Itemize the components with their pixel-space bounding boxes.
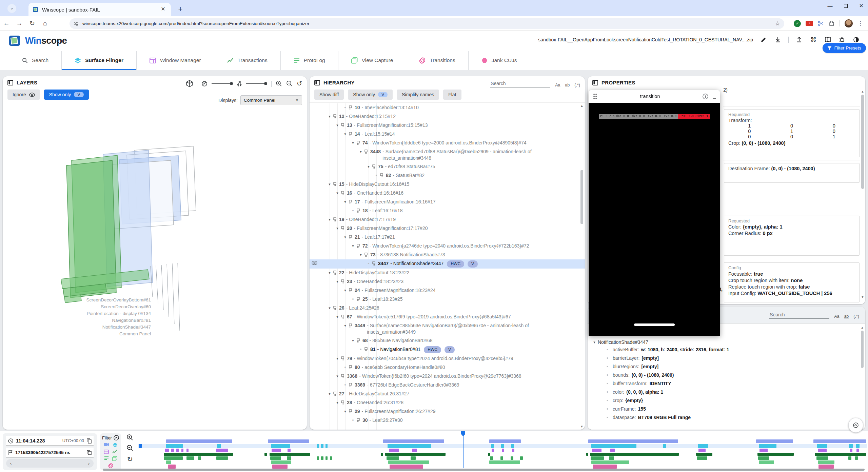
hierarchy-row[interactable]: ▾ 3448 - Surface(name=ed70f88 StatusBar)… <box>310 148 585 162</box>
hierarchy-row[interactable]: ▾ 21 - Leaf:17:17#21 <box>310 233 585 242</box>
copy-icon[interactable] <box>87 450 92 455</box>
pin-icon[interactable] <box>341 356 346 361</box>
timeline-block-window-manager[interactable] <box>165 449 169 452</box>
expander-icon[interactable]: ▾ <box>357 252 364 258</box>
timeline-block-window-manager[interactable] <box>181 449 183 452</box>
pin-icon[interactable] <box>356 141 361 145</box>
pin-icon[interactable] <box>364 150 369 154</box>
timeline-block-window-manager[interactable] <box>171 449 174 452</box>
expander-icon[interactable]: ▾ <box>342 234 349 240</box>
filter-presets-button[interactable]: Filter Presets <box>823 43 866 53</box>
layer-label[interactable]: NotificationShade#3447 <box>102 324 151 330</box>
timeline-block-window-manager[interactable] <box>512 449 515 452</box>
timeline-block-window-manager[interactable] <box>610 449 615 452</box>
expander-icon[interactable]: ▾ <box>357 149 364 155</box>
timeline-block-transactions[interactable] <box>757 453 794 456</box>
timeline-block-screen-recording[interactable] <box>489 439 520 443</box>
browser-tab[interactable]: Winscope | sandbox-FAIL ✕ <box>28 3 171 16</box>
timeline-block-window-manager[interactable] <box>412 449 417 452</box>
expander-icon[interactable]: ▾ <box>342 408 349 415</box>
expander-icon[interactable]: • <box>357 346 364 353</box>
match-case-icon[interactable]: Aa <box>834 314 839 319</box>
timeline-block-protolog[interactable] <box>855 456 858 460</box>
timeline-block-transitions[interactable] <box>818 465 834 469</box>
pin-icon[interactable] <box>341 315 346 319</box>
collapse-filter-icon[interactable] <box>114 435 119 440</box>
hierarchy-row[interactable]: ▾ 26 - Leaf:24:25#26 <box>310 304 585 313</box>
pin-icon[interactable] <box>333 114 338 119</box>
show-diff-chip[interactable]: Show diff <box>314 90 344 100</box>
timeline-block-window-manager[interactable] <box>288 449 291 452</box>
download-icon[interactable] <box>774 36 782 43</box>
timeline-block-surface-flinger[interactable] <box>501 444 504 448</box>
profile-avatar[interactable] <box>845 19 853 27</box>
ignore-chip[interactable]: Ignore <box>7 90 40 100</box>
expander-icon[interactable]: ▾ <box>326 270 333 276</box>
timeline-block-protolog[interactable] <box>697 456 707 460</box>
hierarchy-row[interactable]: ▾ 3449 - Surface(name=885b63e Navigation… <box>310 321 585 336</box>
screen-recording-icon[interactable] <box>104 442 109 447</box>
property-row[interactable]: • bounds: (0, 0) - (1080, 2400) <box>588 371 865 379</box>
pin-icon[interactable] <box>341 279 346 284</box>
hierarchy-row[interactable]: • 18 - Leaf:16:16#18 <box>310 206 585 215</box>
scroll-up-icon[interactable]: ▲ <box>861 326 864 329</box>
expander-icon[interactable]: ▾ <box>334 278 341 285</box>
expander-icon[interactable]: ▾ <box>591 340 598 345</box>
next-frame-icon[interactable]: › <box>88 461 90 466</box>
pin-icon[interactable] <box>333 271 338 275</box>
timeline-block-protolog[interactable] <box>330 456 332 460</box>
extensions-puzzle-icon[interactable] <box>829 20 835 26</box>
reset-view-icon[interactable]: ↺ <box>297 80 302 87</box>
timeline-block-surface-flinger[interactable] <box>491 444 494 448</box>
timeline-block-protolog[interactable] <box>411 456 416 460</box>
timeline-block-window-manager[interactable] <box>502 449 505 452</box>
expander-icon[interactable]: ▾ <box>334 355 341 362</box>
timeline-block-view-capture[interactable] <box>271 460 291 464</box>
pin-icon[interactable] <box>349 235 353 239</box>
timeline-cursor[interactable] <box>463 436 463 468</box>
timeline-block-view-capture[interactable] <box>388 460 429 464</box>
timeline-block-surface-flinger[interactable] <box>317 444 319 448</box>
show-only-chip[interactable]: Show onlyV <box>348 90 393 100</box>
report-bug-icon[interactable] <box>838 36 846 43</box>
property-row[interactable]: • bufferTransform: IDENTITY <box>588 379 865 388</box>
expander-icon[interactable]: ▾ <box>326 216 333 223</box>
tab-transitions[interactable]: Transitions <box>406 51 468 70</box>
timeline-block-window-manager[interactable] <box>272 449 281 452</box>
pin-icon[interactable] <box>364 347 369 352</box>
ns-time-field[interactable]: 1715339054227572545 ns <box>6 448 94 457</box>
timeline-block-surface-flinger[interactable] <box>217 444 221 448</box>
rotation-slider[interactable] <box>212 82 233 85</box>
pin-icon[interactable] <box>380 173 384 178</box>
browser-menu-icon[interactable]: ⋮ <box>857 20 863 27</box>
minimize-window-icon[interactable]: _ <box>713 93 716 99</box>
timeline-block-transactions[interactable] <box>815 453 866 456</box>
drag-handle-icon[interactable] <box>593 93 597 100</box>
scroll-up-icon[interactable]: ▲ <box>580 104 584 107</box>
hierarchy-search-input[interactable] <box>490 80 550 87</box>
layer-label[interactable]: Common Panel <box>119 331 151 336</box>
tab-list-chevron-icon[interactable]: ⌄ <box>7 4 16 13</box>
expander-icon[interactable]: ▾ <box>326 305 333 311</box>
timeline-canvas[interactable] <box>138 431 867 472</box>
expander-icon[interactable]: ▾ <box>326 113 333 120</box>
expander-icon[interactable]: ▾ <box>334 373 341 379</box>
hierarchy-row[interactable]: ▾ 16 - OneHanded:16:16#16 <box>310 189 585 198</box>
timeline-block-protolog[interactable] <box>816 456 828 460</box>
transition-float-window[interactable]: transition _ P: 0 / 1dX: 0.0dY: 0.0Xv: 0… <box>589 90 720 336</box>
timeline-block-window-manager[interactable] <box>698 449 706 452</box>
hierarchy-row[interactable]: • 81 - NavigationBar0#81 HWC V <box>310 345 585 354</box>
timeline-block-window-manager[interactable] <box>176 449 179 452</box>
expander-icon[interactable]: • <box>365 260 372 267</box>
timeline-block-screen-recording[interactable] <box>756 439 793 443</box>
timeline-block-protolog[interactable] <box>321 456 323 460</box>
hierarchy-row[interactable]: ▾ 3368 - WindowToken{f6b2f60 type=2024 a… <box>310 372 585 381</box>
expander-icon[interactable]: ▾ <box>334 225 341 232</box>
scroll-down-icon[interactable]: ▼ <box>580 425 584 428</box>
copy-icon[interactable] <box>87 438 92 444</box>
timeline-block-transitions[interactable] <box>272 465 288 469</box>
pin-icon[interactable] <box>333 217 338 222</box>
timeline-block-window-manager[interactable] <box>216 449 228 452</box>
layers-3d-scene[interactable] <box>3 103 307 351</box>
tab-close-icon[interactable]: ✕ <box>159 6 167 13</box>
